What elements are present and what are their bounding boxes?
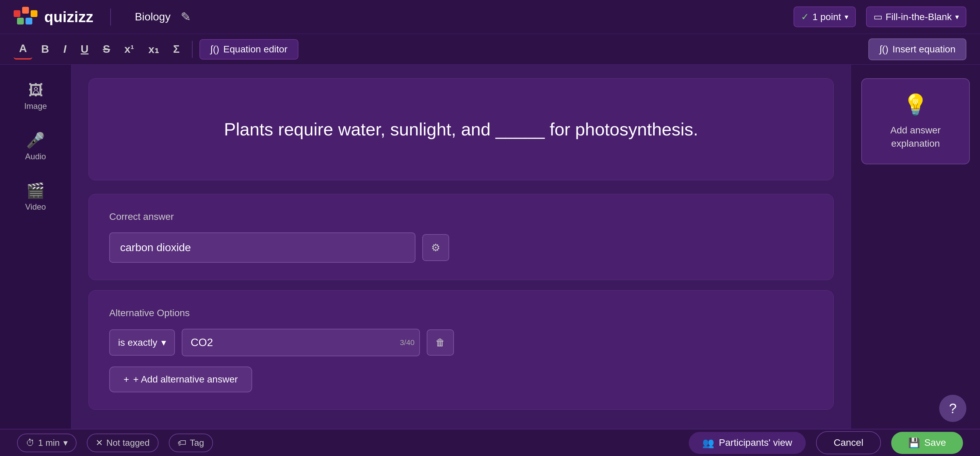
participants-icon: 👥 (702, 437, 714, 448)
points-label: 1 point (812, 11, 841, 22)
sidebar-item-video[interactable]: 🎬 Video (8, 175, 63, 218)
timer-label: 1 min (38, 438, 60, 448)
points-checkmark: ✓ (801, 11, 809, 22)
audio-label: Audio (25, 152, 46, 161)
sidebar-item-audio[interactable]: 🎤 Audio (8, 124, 63, 168)
alt-options-row: is exactly ▾ 3/40 🗑 (109, 329, 813, 356)
type-icon: ▭ (873, 11, 882, 22)
save-button[interactable]: 💾 Save (891, 432, 963, 454)
add-alt-plus-icon: + (124, 374, 129, 385)
toolbar: A B I U S x¹ x₁ Σ ∫() Equation editor ∫(… (0, 34, 980, 65)
correct-answer-row: ⚙ (109, 232, 813, 263)
type-label: Fill-in-the-Blank (886, 11, 952, 22)
save-label: Save (924, 437, 946, 448)
bottom-bar: ⏱ 1 min ▾ ✕ Not tagged 🏷 Tag 👥 Participa… (0, 429, 980, 456)
char-count: 3/40 (400, 338, 414, 347)
not-tagged-label: Not tagged (107, 438, 150, 448)
video-icon: 🎬 (26, 182, 45, 199)
content-area: Plants require water, sunlight, and ____… (72, 65, 851, 429)
audio-icon: 🎤 (26, 131, 45, 149)
correct-answer-section: Correct answer ⚙ (89, 194, 834, 280)
equation-editor-label: Equation editor (223, 44, 287, 55)
tag-label: Tag (190, 438, 204, 448)
hint-text: Add answer explanation (872, 124, 959, 150)
correct-answer-input[interactable] (109, 232, 415, 263)
main-layout: 🖼 Image 🎤 Audio 🎬 Video Plants require w… (0, 65, 980, 429)
alternative-options-label: Alternative Options (109, 308, 813, 319)
points-chevron-icon: ▾ (845, 13, 848, 21)
underline-button[interactable]: U (75, 40, 94, 59)
image-icon: 🖼 (28, 82, 43, 99)
font-color-button[interactable]: A (14, 39, 32, 60)
svg-rect-0 (14, 10, 21, 17)
match-type-dropdown[interactable]: is exactly ▾ (109, 329, 175, 356)
logo: quizizz (14, 7, 93, 27)
type-chevron-icon: ▾ (955, 13, 959, 21)
insert-equation-button[interactable]: ∫() Insert equation (869, 38, 966, 60)
subscript-button[interactable]: x₁ (143, 40, 164, 59)
close-icon: ✕ (95, 438, 103, 448)
correct-answer-label: Correct answer (109, 211, 813, 222)
delete-alt-answer-button[interactable]: 🗑 (427, 329, 454, 356)
cancel-button[interactable]: Cancel (816, 431, 881, 454)
sidebar-item-image[interactable]: 🖼 Image (8, 75, 63, 118)
logo-text: quizizz (44, 8, 93, 25)
question-type-dropdown[interactable]: ▭ Fill-in-the-Blank ▾ (866, 6, 967, 27)
insert-equation-icon: ∫() (879, 44, 888, 55)
not-tagged-button[interactable]: ✕ Not tagged (87, 434, 159, 452)
timer-icon: ⏱ (26, 438, 35, 448)
answer-settings-button[interactable]: ⚙ (422, 234, 449, 261)
equation-editor-icon: ∫() (210, 44, 219, 55)
svg-rect-2 (30, 10, 37, 17)
svg-rect-3 (17, 18, 24, 24)
quizizz-logo-icon (14, 7, 41, 27)
edit-title-button[interactable]: ✎ (181, 10, 191, 24)
equation-editor-button[interactable]: ∫() Equation editor (199, 39, 298, 60)
svg-rect-1 (22, 7, 29, 14)
svg-rect-4 (25, 18, 32, 24)
timer-button[interactable]: ⏱ 1 min ▾ (17, 434, 76, 452)
match-type-label: is exactly (118, 337, 157, 348)
alt-answer-input[interactable] (182, 329, 420, 356)
nav-title: Biology (135, 11, 170, 23)
superscript-button[interactable]: x¹ (119, 40, 140, 59)
participants-view-button[interactable]: 👥 Participants' view (689, 432, 806, 454)
image-label: Image (24, 102, 47, 111)
italic-button[interactable]: I (58, 40, 72, 59)
points-dropdown[interactable]: ✓ 1 point ▾ (794, 6, 856, 27)
bold-button[interactable]: B (36, 40, 54, 59)
strikethrough-button[interactable]: S (97, 40, 115, 59)
save-icon: 💾 (908, 437, 920, 448)
nav-divider (110, 8, 111, 25)
hint-card[interactable]: 💡 Add answer explanation (861, 78, 970, 164)
question-area: Plants require water, sunlight, and ____… (89, 78, 834, 180)
insert-equation-label: Insert equation (892, 44, 956, 55)
alternative-options-section: Alternative Options is exactly ▾ 3/40 🗑 … (89, 290, 834, 410)
hint-bulb-icon: 💡 (872, 92, 959, 117)
toolbar-divider (192, 41, 192, 58)
add-alt-label: + Add alternative answer (133, 374, 237, 385)
question-text: Plants require water, sunlight, and ____… (224, 117, 698, 142)
participants-label: Participants' view (719, 437, 792, 448)
left-sidebar: 🖼 Image 🎤 Audio 🎬 Video (0, 65, 72, 429)
video-label: Video (25, 202, 46, 212)
tag-icon: 🏷 (178, 438, 186, 448)
sum-button[interactable]: Σ (168, 40, 185, 59)
tag-button[interactable]: 🏷 Tag (169, 434, 213, 452)
match-type-chevron-icon: ▾ (161, 337, 166, 348)
add-alternative-answer-button[interactable]: + + Add alternative answer (109, 367, 252, 392)
help-button[interactable]: ? (939, 395, 966, 422)
alt-input-wrapper: 3/40 (182, 329, 420, 356)
right-panel: 💡 Add answer explanation (851, 65, 980, 429)
top-nav: quizizz Biology ✎ ✓ 1 point ▾ ▭ Fill-in-… (0, 0, 980, 34)
timer-chevron-icon: ▾ (63, 438, 68, 448)
